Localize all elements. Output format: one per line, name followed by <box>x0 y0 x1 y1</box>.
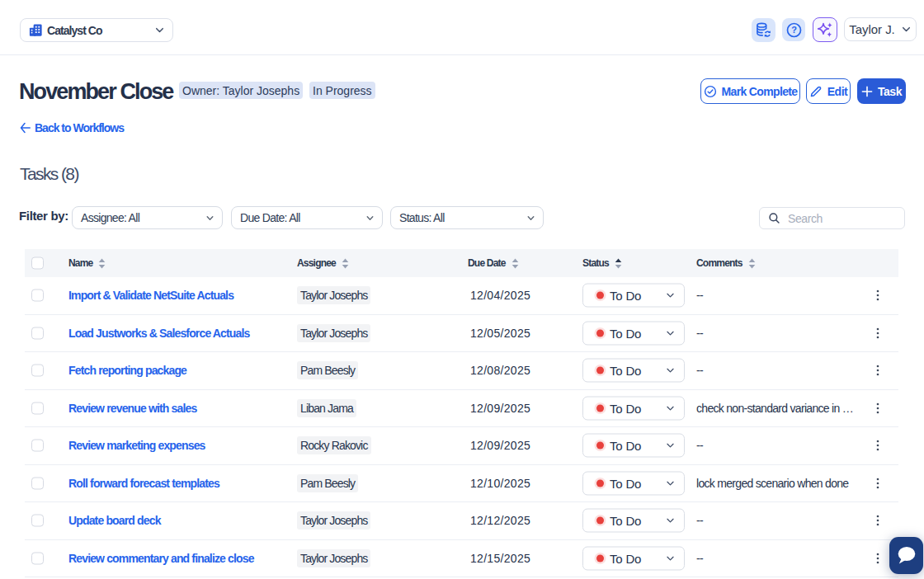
svg-text:?: ? <box>791 25 797 35</box>
